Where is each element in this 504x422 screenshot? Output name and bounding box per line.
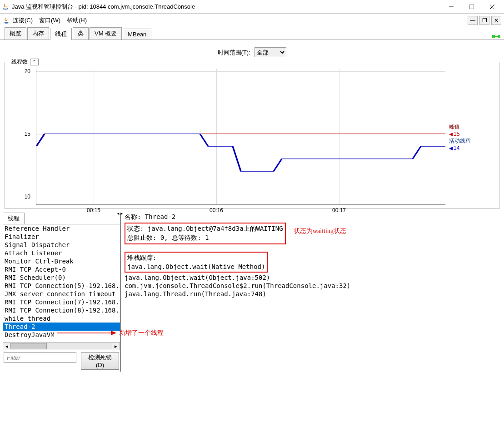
stack-line: java.lang.Object.wait(Native Method) (127, 263, 265, 271)
legend-peak-value: 15 (454, 131, 459, 137)
thread-detail-panel: 名称: Thread-2 状态: java.lang.Object@7a4f8d… (121, 213, 501, 372)
close-button[interactable] (482, 0, 502, 13)
tab-threads[interactable]: 线程 (50, 28, 72, 40)
annotation-state: 状态为waitting状态 (294, 227, 346, 235)
time-range-select[interactable]: 全部 (254, 47, 286, 57)
thread-list-item[interactable]: Signal Dispatcher (3, 241, 120, 249)
menu-window[interactable]: 窗口(W) (39, 16, 60, 25)
thread-list-item[interactable]: RMI TCP Connection(8)-192.168.2 (3, 306, 120, 314)
y-tick: 15 (25, 131, 30, 137)
stack-line: java.lang.Object.wait(Object.java:502) (125, 273, 498, 282)
thread-blocked-line: 总阻止数: 0, 总等待数: 1 (127, 233, 283, 243)
svg-rect-4 (492, 35, 495, 38)
svg-marker-8 (111, 331, 116, 335)
thread-list-hscroll[interactable]: ◄ ► (3, 342, 120, 350)
thread-list-item[interactable]: Monitor Ctrl-Break (3, 257, 120, 265)
y-tick: 10 (25, 194, 30, 200)
tab-overview[interactable]: 概览 (5, 27, 26, 40)
title-bar: Java 监视和管理控制台 - pid: 10844 com.jvm.jcons… (0, 0, 504, 14)
svg-rect-1 (469, 5, 474, 9)
thread-list-item[interactable]: Finalizer (3, 233, 120, 241)
thread-list-panel: 线程 Reference HandlerFinalizerSignal Disp… (3, 213, 121, 372)
thread-list-item[interactable]: Reference Handler (3, 224, 120, 233)
thread-name-line: 名称: Thread-2 (125, 213, 498, 222)
thread-list-item[interactable]: RMI TCP Connection(5)-192.168.2 (3, 282, 120, 290)
thread-list-item[interactable]: RMI Scheduler(0) (3, 273, 120, 282)
minimize-button[interactable] (441, 0, 461, 13)
tab-mbean[interactable]: MBean (123, 29, 151, 40)
thread-count-chart-panel: 线程数 ⌃ 20 15 10 00:15 (5, 62, 499, 209)
chart-svg (36, 69, 445, 204)
inner-close-button[interactable]: ✕ (491, 16, 501, 25)
menu-help[interactable]: 帮助(H) (67, 16, 87, 25)
legend-live-value: 14 (454, 145, 459, 151)
stack-line: com.jvm.jconsole.ThreadConsole$2.run(Thr… (125, 282, 498, 290)
thread-state-line: 状态: java.lang.Object@7a4f8d3a上的WAITING (127, 224, 283, 233)
y-tick: 20 (25, 68, 30, 74)
java-icon (2, 3, 9, 10)
thread-list-item[interactable]: while thread (3, 314, 120, 323)
detect-deadlock-button[interactable]: 检测死锁(D) (81, 352, 119, 370)
svg-rect-5 (498, 35, 500, 38)
time-range-label: 时间范围(T): (218, 49, 250, 56)
inner-minimize-button[interactable]: — (468, 16, 478, 25)
connection-status-icon (492, 33, 500, 40)
stack-highlight-box: 堆栈跟踪: java.lang.Object.wait(Native Metho… (125, 252, 268, 273)
tab-bar: 概览 内存 线程 类 VM 概要 MBean (0, 27, 504, 40)
window-title: Java 监视和管理控制台 - pid: 10844 com.jvm.jcons… (12, 3, 441, 11)
chart-plot-area: 00:15 00:16 00:17 (36, 69, 445, 205)
scroll-right-button[interactable]: ► (112, 343, 120, 350)
arrow-right-icon (57, 330, 116, 336)
menu-connect[interactable]: 连接(C) (13, 16, 33, 25)
time-range-row: 时间范围(T): 全部 (3, 43, 501, 60)
legend-live-label: 活动线程 (449, 137, 471, 145)
tab-memory[interactable]: 内存 (27, 27, 49, 40)
chart-legend: 峰值 15 活动线程 14 (445, 69, 495, 205)
thread-list-item[interactable]: RMI TCP Accept-0 (3, 265, 120, 273)
chart-panel-title: 线程数 (11, 59, 28, 65)
stack-line: java.lang.Thread.run(Thread.java:748) (125, 290, 498, 298)
maximize-button[interactable] (461, 0, 482, 13)
thread-list-item[interactable]: JMX server connection timeout 1 (3, 290, 120, 298)
annotation-new-thread: 新增了一个线程 (57, 329, 194, 337)
inner-restore-button[interactable]: ❐ (479, 16, 489, 25)
chart-collapse-button[interactable]: ⌃ (30, 59, 39, 65)
tab-vm[interactable]: VM 概要 (90, 27, 122, 40)
legend-peak-label: 峰值 (449, 123, 471, 131)
chart-y-axis: 20 15 10 (9, 69, 36, 205)
menu-bar: 连接(C) 窗口(W) 帮助(H) — ❐ ✕ (0, 14, 504, 27)
state-highlight-box: 状态: java.lang.Object@7a4f8d3a上的WAITING 总… (125, 223, 286, 244)
thread-list-item[interactable]: Attach Listener (3, 249, 120, 257)
tab-classes[interactable]: 类 (73, 27, 89, 40)
thread-filter-input[interactable] (4, 352, 76, 363)
scroll-thumb[interactable] (10, 343, 47, 349)
thread-list[interactable]: Reference HandlerFinalizerSignal Dispatc… (3, 224, 120, 342)
thread-list-item[interactable]: RMI TCP Connection(7)-192.168.2 (3, 298, 120, 306)
java-icon-small (3, 17, 10, 24)
stack-header: 堆栈跟踪: (127, 253, 265, 263)
scroll-left-button[interactable]: ◄ (3, 343, 10, 350)
thread-list-tab[interactable]: 线程 (3, 213, 25, 224)
